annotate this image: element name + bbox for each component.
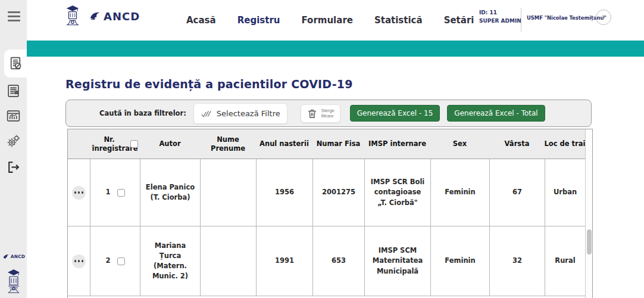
- accent-bar: [27, 41, 644, 57]
- patients-table: Nr. înregistrare Autor Nume Prenume Anul…: [67, 129, 593, 298]
- header-imsp: IMSP internare: [364, 129, 430, 159]
- row-imsp-cell: IMSP SCM Maternitatea Municipală: [364, 226, 430, 296]
- page-title: Registru de evidență a pacientilor COVID…: [65, 77, 353, 91]
- row-loc-cell: Urban: [545, 159, 585, 226]
- nav-item-acasa[interactable]: Acasă: [186, 15, 216, 26]
- row-checkbox[interactable]: [117, 189, 125, 197]
- header-nr: Nr. înregistrare: [90, 129, 140, 159]
- user-role: SUPER ADMIN: [479, 17, 521, 26]
- row-checkbox[interactable]: [117, 257, 125, 265]
- document-edit-icon: [8, 56, 23, 71]
- row-nume-cell: [200, 159, 256, 226]
- row-sex-cell: Feminin: [430, 226, 489, 296]
- bar-chart-icon: [6, 108, 21, 123]
- double-check-icon: [201, 108, 212, 119]
- ancd-logo: ANCD: [89, 10, 140, 23]
- table-vertical-scrollbar[interactable]: [585, 129, 592, 298]
- sidebar-item-logout[interactable]: [0, 155, 27, 179]
- header-divider: [521, 8, 521, 32]
- user-organization: USMF "Nicolae Testemițanu": [527, 15, 607, 21]
- sidebar-item-statistics[interactable]: [0, 104, 27, 128]
- row-actions-cell: [68, 159, 90, 226]
- top-header: ANCD Acasă Registru Formulare Statistică…: [27, 0, 644, 41]
- filter-toolbar: Caută în baza filtrelor: Selectează Filt…: [65, 100, 592, 127]
- row-varsta-cell: 67: [489, 159, 545, 226]
- header-autor: Autor: [140, 129, 200, 159]
- sidebar-item-forms[interactable]: [0, 79, 27, 103]
- row-imsp-cell: IMSP SCR Boli contagioase „T. Ciorbă": [364, 159, 430, 226]
- header-loc: Loc de trai: [545, 129, 585, 159]
- chevron-right-icon: [599, 13, 608, 21]
- generate-excel-total-button[interactable]: Generează Excel - Total: [447, 105, 545, 122]
- form-list-icon: [6, 83, 21, 98]
- header-logos: ANCD: [65, 5, 140, 27]
- nav-item-setari[interactable]: Setări: [444, 15, 474, 26]
- sidebar-item-registry[interactable]: [4, 49, 27, 77]
- row-anul-cell: 1991: [256, 226, 312, 296]
- hamburger-menu-icon[interactable]: [8, 11, 20, 21]
- row-fisa-cell: 2001275: [312, 159, 364, 226]
- row-loc-cell: Rural: [545, 226, 585, 296]
- user-id-block: ID: 11 SUPER ADMIN: [479, 9, 521, 26]
- header-nume: Nume Prenume: [200, 129, 256, 159]
- row-autor-cell: Mariana Țurca (Matern. Munic. 2): [140, 226, 200, 296]
- select-all-checkbox[interactable]: [130, 140, 138, 148]
- row-nr-cell: 2: [90, 226, 140, 296]
- sidebar-item-settings[interactable]: [0, 129, 27, 153]
- table-header-row: Nr. înregistrare Autor Nume Prenume Anul…: [68, 129, 585, 159]
- generate-excel-15-button[interactable]: Generează Excel - 15: [350, 105, 440, 122]
- header-actions: [68, 129, 90, 159]
- main-nav: Acasă Registru Formulare Statistică Setă…: [186, 0, 474, 41]
- eagle-icon: [2, 253, 10, 260]
- logout-icon: [6, 160, 21, 175]
- university-crest-icon: [65, 5, 80, 27]
- nav-item-registru[interactable]: Registru: [237, 15, 280, 26]
- header-sex: Sex: [430, 129, 489, 159]
- sidebar-logo-text: ANCD: [11, 254, 26, 259]
- row-nr-cell: 1: [90, 159, 140, 226]
- header-anul: Anul nasterii: [256, 129, 312, 159]
- row-anul-cell: 1956: [256, 159, 312, 226]
- filter-label: Caută în baza filtrelor:: [99, 109, 186, 117]
- clear-filters-button[interactable]: Șterge filtrare: [301, 104, 340, 123]
- row-more-button[interactable]: [72, 186, 86, 200]
- ancd-logo-text: ANCD: [104, 10, 140, 23]
- scrollbar-thumb[interactable]: [587, 229, 592, 254]
- profile-expand-button[interactable]: [596, 10, 611, 25]
- nav-item-statistica[interactable]: Statistică: [374, 15, 423, 26]
- row-nume-cell: [200, 226, 256, 296]
- sidebar: ANCD: [0, 0, 27, 298]
- gear-icon: [6, 134, 21, 148]
- nav-item-formulare[interactable]: Formulare: [301, 15, 352, 26]
- row-fisa-cell: 653: [312, 226, 364, 296]
- sidebar-footer-logo: ANCD: [2, 253, 26, 260]
- row-sex-cell: Feminin: [430, 159, 489, 226]
- trash-icon: [307, 108, 318, 119]
- select-filters-button[interactable]: Selectează Filtre: [193, 103, 287, 124]
- row-actions-cell: [68, 226, 90, 296]
- header-fisa: Numar Fisa: [312, 129, 364, 159]
- university-crest-logo: [5, 268, 22, 294]
- table-row: 2 Mariana Țurca (Matern. Munic. 2) 1991 …: [68, 226, 585, 296]
- row-more-button[interactable]: [72, 254, 86, 268]
- user-id: ID: 11: [479, 9, 521, 17]
- row-autor-cell: Elena Panico (T. Ciorba): [140, 159, 200, 226]
- header-varsta: Vârsta: [489, 129, 545, 159]
- table-row: 1 Elena Panico (T. Ciorba) 1956 2001275 …: [68, 159, 585, 226]
- row-varsta-cell: 32: [489, 226, 545, 296]
